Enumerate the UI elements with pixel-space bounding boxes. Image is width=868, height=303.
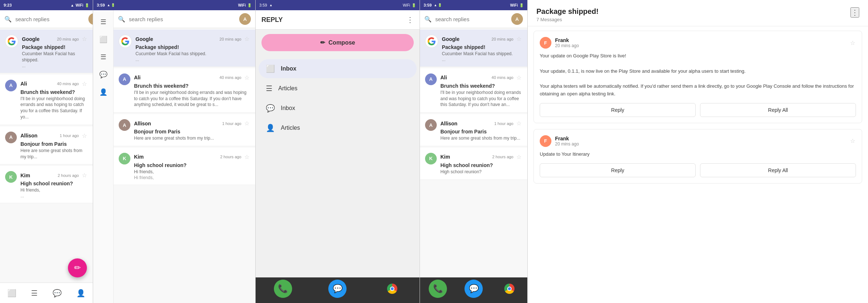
list-item-google-1[interactable]: Google 20 mins ago ☆ Package shipped! Cu…	[0, 30, 93, 73]
nav-item-people1-label: Articles	[281, 125, 300, 131]
message-list-2: Google 20 mins ago ☆ Package shipped! Cu…	[114, 28, 255, 303]
list-item-ali-2[interactable]: A Ali 40 mins ago ☆ Brunch this weekend	[114, 68, 255, 113]
list-item-ali-4[interactable]: A Ali 40 mins ago ☆ Brunch this weekend?…	[420, 68, 527, 113]
status-right-2: WiFi 🔋	[238, 3, 252, 7]
panel-2: 3:59 ▲ 🔋 WiFi 🔋 ☰ ⬜ ☰ 💬 👤 🔍	[93, 0, 256, 303]
avatar-user-2[interactable]: A	[239, 13, 251, 25]
subject-google-4: Package shipped!	[442, 44, 522, 50]
compose-section-3: ✏ Compose	[256, 30, 420, 56]
compose-btn-3[interactable]: ✏ Compose	[261, 34, 414, 51]
chrome-app-icon-4[interactable]	[500, 280, 519, 298]
time-google-2: 20 mins ago	[219, 37, 241, 41]
nav-item-people1[interactable]: 👤 Articles	[259, 118, 417, 137]
list-item-allison-4[interactable]: A Allison 1 hour ago ☆ Bonjour from Pari…	[420, 114, 527, 146]
wifi-icon-2: WiFi	[238, 3, 246, 7]
star-allison-4[interactable]: ☆	[516, 119, 522, 128]
fab-1[interactable]: ✏	[68, 258, 87, 277]
sidebar-menu-icon[interactable]: ☰	[96, 15, 111, 29]
list-item-google-4[interactable]: Google 20 mins ago ☆ Package shipped! Cu…	[420, 30, 527, 67]
msg-app-icon-4[interactable]: 💬	[464, 280, 483, 298]
email-msg-frank-2: F Frank 20 mins ago ☆ Update to Your Iti…	[534, 129, 862, 183]
time-allison-2: 1 hour ago	[222, 121, 241, 126]
email-detail-header: Package shipped! 7 Messages ⋮	[528, 0, 868, 26]
nav-item-inbox2[interactable]: 💬 Inbox	[259, 99, 417, 118]
subject-kim-2: High school reunion?	[134, 162, 250, 168]
time-4: 3:59	[424, 3, 432, 7]
frank-sender-name-1: Frank	[555, 37, 846, 43]
star-kim-4[interactable]: ☆	[516, 153, 522, 161]
nav-item-articles1[interactable]: ☰ Articles	[259, 79, 417, 98]
nav-item-inbox1[interactable]: ⬜ Inbox	[259, 59, 417, 78]
nav-people-1[interactable]: 👤	[76, 289, 85, 298]
nav-tablet-1[interactable]: ⬜	[7, 289, 16, 298]
avatar-frank-2: F	[540, 135, 551, 147]
menu-icon-3[interactable]: ⋮	[406, 15, 414, 24]
star-google-2[interactable]: ☆	[244, 35, 250, 43]
email-msg-frank-1: F Frank 20 mins ago ☆ Your update on Goo…	[534, 31, 862, 123]
notif-4: ▲ 🔋	[434, 3, 442, 7]
star-kim-2[interactable]: ☆	[244, 153, 250, 161]
star-allison-2[interactable]: ☆	[244, 119, 250, 128]
avatar-ali-2: A	[119, 73, 130, 85]
chrome-app-icon-3[interactable]	[383, 280, 401, 298]
star-ali-4[interactable]: ☆	[516, 73, 522, 82]
star-frank-email-2[interactable]: ☆	[849, 137, 856, 145]
list-item-google-2[interactable]: Google 20 mins ago ☆ Package shipped! Cu…	[114, 30, 255, 67]
sidebar-tablet-icon[interactable]: ⬜	[96, 32, 111, 47]
star-frank-email-1[interactable]: ☆	[849, 39, 856, 47]
list-item-kim-2[interactable]: K Kim 2 hours ago ☆ High school reunion	[114, 148, 255, 185]
list-item-kim-4[interactable]: K Kim 2 hours ago ☆ High school reunion?…	[420, 148, 527, 180]
list-item-ali-1[interactable]: A Ali 40 mins ago ☆ Brunch this weekend?…	[0, 75, 93, 125]
star-ali-2[interactable]: ☆	[244, 73, 250, 82]
avatar-user-1[interactable]: A	[88, 13, 93, 25]
nav-article-1[interactable]: ☰	[31, 289, 38, 298]
phone-app-icon-3[interactable]: 📞	[274, 280, 292, 298]
wifi-4: WiFi	[510, 3, 518, 7]
reply-btn-1[interactable]: Reply	[540, 103, 696, 117]
list-item-allison-2[interactable]: A Allison 1 hour ago ☆ Bonjour from Par	[114, 114, 255, 146]
msg-app-icon-3[interactable]: 💬	[328, 280, 347, 298]
email-sender-info-1: Frank 20 mins ago	[555, 37, 846, 48]
reply-all-btn-2[interactable]: Reply All	[700, 163, 856, 177]
search-bar-1: 🔍 A	[0, 10, 93, 28]
phone-app-icon-4[interactable]: 📞	[429, 280, 447, 298]
time-kim-4: 2 hours ago	[492, 155, 513, 159]
star-ali-1[interactable]: ☆	[81, 80, 88, 88]
subject-allison-2: Bonjour from Paris	[134, 129, 250, 135]
inbox1-icon: ⬜	[266, 64, 275, 73]
meta-allison-2: Allison 1 hour ago ☆ Bonjour from Paris …	[134, 119, 250, 141]
star-kim-1[interactable]: ☆	[81, 171, 88, 179]
battery-icon-1: 🔋	[85, 3, 89, 7]
meta-kim-2: Kim 2 hours ago ☆ High school reunion? H…	[134, 153, 250, 180]
wifi-icon-1: WiFi	[76, 3, 83, 7]
sidebar-people-icon[interactable]: 👤	[96, 85, 111, 99]
avatar-kim-1: K	[5, 171, 17, 183]
avatar-frank-1: F	[540, 37, 551, 49]
more-options-btn[interactable]: ⋮	[850, 7, 859, 18]
search-input-2[interactable]	[129, 16, 236, 22]
nav-item-articles1-label: Articles	[278, 85, 297, 92]
nav-chat-1[interactable]: 💬	[53, 289, 62, 298]
nav-item-inbox1-label: Inbox	[281, 65, 297, 72]
sidebar-article-icon[interactable]: ☰	[96, 50, 111, 64]
sender-kim-1: Kim	[20, 173, 30, 178]
avatar-user-4[interactable]: A	[511, 13, 523, 25]
star-google-4[interactable]: ☆	[516, 35, 522, 43]
list-item-allison-1[interactable]: A Allison 1 hour ago ☆ Bonjour from Pari…	[0, 126, 93, 165]
meta-allison-1: Allison 1 hour ago ☆ Bonjour from Paris …	[20, 132, 88, 160]
frank-sender-time-1: 20 mins ago	[555, 43, 846, 48]
search-input-1[interactable]	[15, 16, 85, 22]
sidebar-chat-icon[interactable]: 💬	[96, 67, 111, 82]
avatar-google-1	[5, 35, 18, 48]
list-item-kim-1[interactable]: K Kim 2 hours ago ☆ High school reunion?…	[0, 166, 93, 203]
ellipsis-google-1: ...	[22, 63, 88, 68]
avatar-allison-1: A	[5, 132, 17, 143]
notif-3: ▲	[269, 3, 272, 7]
reply-btn-2[interactable]: Reply	[540, 163, 696, 177]
star-google-1[interactable]: ☆	[81, 35, 88, 43]
search-input-4[interactable]	[435, 16, 508, 22]
time-allison-4: 1 hour ago	[494, 121, 513, 126]
star-allison-1[interactable]: ☆	[81, 132, 88, 140]
status-bar-3: 3:59 ▲ WiFi 🔋	[256, 0, 420, 10]
reply-all-btn-1[interactable]: Reply All	[700, 103, 856, 117]
